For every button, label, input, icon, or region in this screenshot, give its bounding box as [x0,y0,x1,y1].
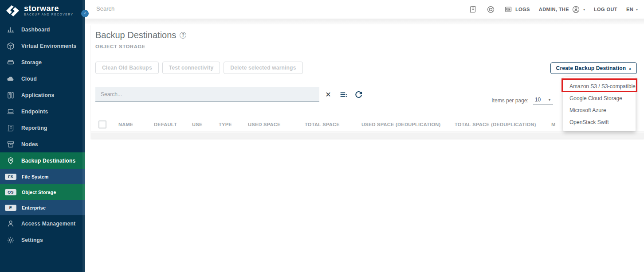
sidebar-item-reporting[interactable]: Reporting [0,120,85,136]
chevron-down-icon: ▾ [583,8,585,12]
column-header-used-space[interactable]: USED SPACE [248,122,281,127]
help-icon[interactable]: ? [180,32,186,39]
select-all-checkbox[interactable] [98,120,106,128]
sidebar-item-file-system[interactable]: FS File System [0,169,85,184]
global-search-input[interactable] [95,4,222,14]
items-per-page: Items per page: 10 ▼ [491,97,553,105]
menu-item-amazon-s3[interactable]: Amazon S3 / S3-compatible [563,80,636,92]
topbar: LOGS ADMIN, THE ▾ LOG OUT EN ▾ [85,0,644,19]
storage-drive-icon [6,58,15,66]
sidebar-collapse-button[interactable]: ‹ [81,10,89,17]
topbar-actions: LOGS ADMIN, THE ▾ LOG OUT EN ▾ [468,0,638,19]
items-per-page-select[interactable]: 10 ▼ [533,97,553,105]
sidebar-item-endpoints[interactable]: Endpoints [0,103,85,120]
sidebar-item-label: Cloud [21,76,37,82]
help-lifebuoy-icon[interactable] [486,5,495,14]
delete-selected-warnings-button[interactable]: Delete selected warnings [224,62,302,74]
brand-name: storware [24,4,74,12]
menu-item-openstack-swift[interactable]: OpenStack Swift [563,116,636,128]
clean-old-backups-button[interactable]: Clean Old Backups [95,62,159,74]
chevron-down-icon: ▼ [548,98,551,102]
chevron-up-icon: ▴ [629,66,631,70]
sidebar-item-storage[interactable]: Storage [0,54,85,70]
sidebar-item-label: Reporting [21,125,47,131]
column-header-total-space[interactable]: TOTAL SPACE [305,122,340,127]
column-header-default[interactable]: DEFAULT [154,122,177,127]
sidebar-item-label: Enterprise [22,205,46,210]
sidebar-item-label: File System [22,174,49,179]
report-scroll-icon [6,124,15,132]
sidebar-item-settings[interactable]: Settings [0,232,85,248]
user-label: ADMIN, THE [539,7,569,12]
create-destination-menu: Amazon S3 / S3-compatible Google Cloud S… [563,77,636,131]
table-search-input[interactable] [95,87,319,102]
sidebar-item-label: Applications [21,92,54,98]
menu-item-google-cloud-storage[interactable]: Google Cloud Storage [563,92,636,104]
cloud-icon [6,75,15,83]
sidebar-item-cloud[interactable]: Cloud [0,70,85,87]
column-header-total-space-dedup[interactable]: TOTAL SPACE (DEDUPLICATION) [455,122,536,127]
language-label: EN [626,7,633,12]
sidebar-item-virtual-environments[interactable]: Virtual Environments [0,38,85,54]
sidebar-item-label: Settings [21,237,43,243]
table-header-row: NAME DEFAULT USE TYPE USED SPACE TOTAL S… [91,118,644,132]
sidebar-item-enterprise[interactable]: E Enterprise [0,200,85,215]
brand-logo[interactable]: storware BACKUP AND RECOVERY [0,0,85,21]
person-icon [6,220,15,228]
page-title: Backup Destinations [95,30,176,40]
column-header-truncated[interactable]: M [551,122,555,127]
nodes-box-icon [6,140,15,148]
column-header-used-space-dedup[interactable]: USED SPACE (DEDUPLICATION) [361,122,441,127]
sidebar-item-label: Dashboard [21,27,50,33]
sidebar-item-label: Storage [21,59,42,66]
sidebar-item-label: Virtual Environments [21,43,76,49]
sidebar-item-label: Object Storage [22,190,56,195]
avatar-icon [572,5,581,14]
sidebar-item-label: Backup Destinations [21,158,76,164]
sidebar-item-backup-destinations[interactable]: Backup Destinations [0,152,85,169]
gear-icon [6,236,15,244]
sidebar-item-object-storage[interactable]: OS Object Storage [0,184,85,200]
column-header-name[interactable]: NAME [118,122,134,127]
test-connectivity-button[interactable]: Test connectivity [162,62,220,74]
logs-label: LOGS [515,7,530,12]
user-menu[interactable]: ADMIN, THE ▾ [539,5,585,14]
sidebar-item-access-management[interactable]: Access Management [0,215,85,232]
create-button-label: Create Backup Destination [556,65,626,71]
bulk-actions: Clean Old Backups Test connectivity Dele… [95,62,303,74]
os-badge: OS [5,189,16,195]
cube-icon [6,42,15,50]
section-caption: OBJECT STORAGE [95,44,145,49]
sidebar-item-dashboard[interactable]: Dashboard [0,21,85,38]
storware-logo-icon [5,4,20,17]
enterprise-badge: E [5,205,16,211]
column-filter-icon[interactable] [339,90,348,99]
sidebar-item-label: Access Management [21,221,75,227]
sidebar-nav: Dashboard Virtual Environments Storage C… [0,21,85,248]
refresh-icon[interactable] [354,90,363,99]
clear-search-icon[interactable]: ✕ [324,90,333,99]
sidebar-item-label: Nodes [21,141,38,148]
items-per-page-label: Items per page: [491,97,528,104]
logs-button[interactable]: LOGS [504,5,530,14]
sidebar-item-nodes[interactable]: Nodes [0,136,85,152]
logout-button[interactable]: LOG OUT [594,7,617,12]
sidebar: storware BACKUP AND RECOVERY Dashboard V… [0,0,85,272]
language-menu[interactable]: EN ▾ [626,7,638,12]
create-backup-destination-button[interactable]: Create Backup Destination ▴ [550,62,637,74]
topbar-shadow [85,19,644,24]
applications-icon [6,91,15,99]
chevron-down-icon: ▾ [636,8,638,12]
sidebar-item-label: Endpoints [21,109,48,115]
laptop-icon [6,108,15,116]
content-card: Backup Destinations ? OBJECT STORAGE Cle… [91,24,644,139]
tasks-icon[interactable] [468,5,477,14]
brand-tagline: BACKUP AND RECOVERY [24,13,74,16]
items-per-page-value: 10 [535,97,541,103]
sidebar-item-applications[interactable]: Applications [0,87,85,103]
table-footer-strip [91,132,644,139]
menu-item-microsoft-azure[interactable]: Microsoft Azure [563,104,636,116]
column-header-type[interactable]: TYPE [219,122,232,127]
app-window: storware BACKUP AND RECOVERY Dashboard V… [0,0,644,272]
column-header-use[interactable]: USE [192,122,203,127]
